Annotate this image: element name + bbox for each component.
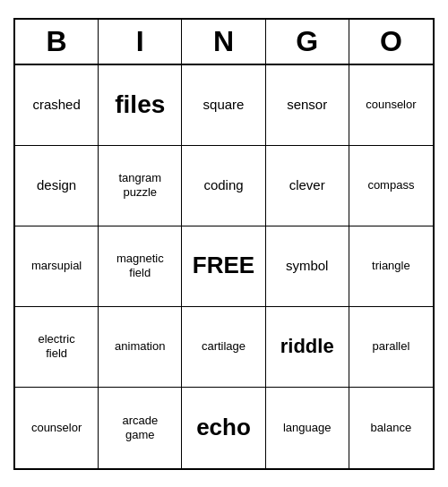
cell-4-1: arcadegame (99, 388, 182, 468)
cell-0-2: square (182, 65, 265, 146)
header-letter: O (349, 20, 433, 64)
bingo-grid: crashedfilessquaresensorcounselordesignt… (15, 65, 433, 468)
cell-text: symbol (286, 258, 329, 274)
cell-text: riddle (280, 335, 334, 358)
cell-text: design (37, 177, 76, 193)
cell-4-3: language (266, 388, 349, 468)
cell-text: tangrampuzzle (118, 171, 161, 199)
cell-1-3: clever (266, 146, 349, 226)
cell-text: clever (289, 177, 325, 193)
cell-text: animation (115, 339, 165, 354)
header-letter: G (266, 20, 349, 64)
cell-text: magneticfield (116, 252, 164, 279)
cell-text: cartilage (202, 339, 246, 354)
cell-text: counselor (366, 98, 416, 112)
cell-text: triangle (372, 259, 410, 273)
header-letter: B (15, 20, 99, 64)
cell-text: sensor (287, 97, 327, 113)
cell-2-0: marsupial (15, 226, 99, 307)
cell-2-4: triangle (349, 226, 433, 307)
cell-1-1: tangrampuzzle (99, 146, 182, 226)
cell-4-0: counselor (15, 388, 99, 468)
cell-1-0: design (15, 146, 99, 226)
cell-3-3: riddle (266, 307, 349, 388)
cell-0-0: crashed (15, 65, 99, 146)
cell-text: language (283, 421, 332, 435)
cell-4-4: balance (349, 388, 433, 468)
cell-text: echo (196, 414, 251, 441)
cell-3-0: electricfield (15, 307, 99, 388)
cell-text: compass (367, 178, 414, 192)
bingo-header: BINGO (15, 20, 433, 65)
cell-0-4: counselor (349, 65, 433, 146)
cell-3-4: parallel (349, 307, 433, 388)
bingo-card: BINGO crashedfilessquaresensorcounselord… (13, 18, 435, 470)
cell-text: coding (203, 177, 243, 193)
cell-text: FREE (193, 252, 254, 279)
header-letter: N (182, 20, 265, 64)
cell-1-2: coding (182, 146, 265, 226)
header-letter: I (99, 20, 182, 64)
cell-text: parallel (372, 339, 409, 354)
cell-0-3: sensor (266, 65, 349, 146)
cell-text: arcadegame (122, 414, 158, 441)
cell-text: marsupial (31, 259, 82, 273)
cell-2-3: symbol (266, 226, 349, 307)
cell-4-2: echo (182, 388, 265, 468)
cell-2-2: FREE (182, 226, 265, 307)
cell-text: counselor (31, 421, 82, 435)
cell-text: balance (371, 421, 412, 435)
cell-text: files (115, 90, 165, 120)
cell-3-2: cartilage (182, 307, 265, 388)
cell-3-1: animation (99, 307, 182, 388)
cell-1-4: compass (349, 146, 433, 226)
cell-text: crashed (32, 97, 80, 113)
cell-0-1: files (99, 65, 182, 146)
cell-2-1: magneticfield (99, 226, 182, 307)
cell-text: square (203, 97, 245, 113)
cell-text: electricfield (39, 332, 75, 360)
